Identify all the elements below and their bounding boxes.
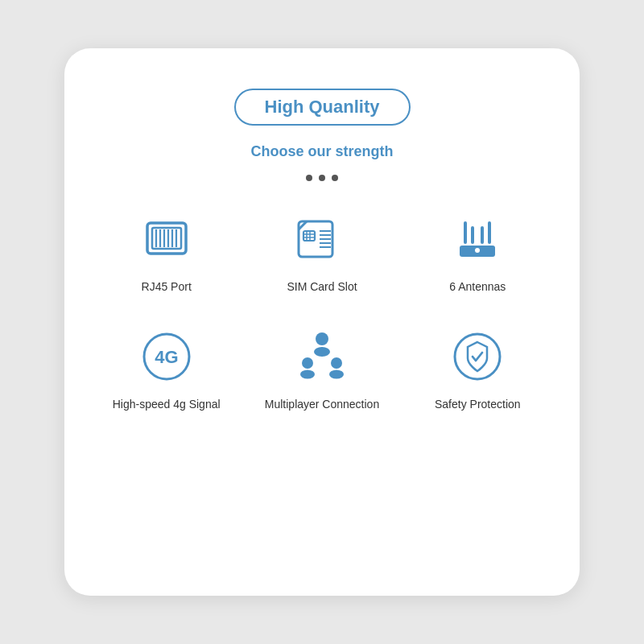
4g-icon: 4G [138,328,196,386]
subtitle: Choose our strength [250,143,393,160]
safety-icon [448,328,506,386]
svg-point-24 [475,248,480,253]
svg-point-29 [302,357,313,369]
safety-label: Safety Protection [435,397,521,413]
rj45-icon [138,210,196,268]
feature-sim: SIM Card Slot [252,210,391,295]
dot-3 [332,175,338,181]
svg-point-32 [329,369,344,378]
feature-antennas: 6 Antennas [408,210,547,295]
svg-point-31 [331,357,342,369]
sim-icon [293,210,351,268]
svg-rect-21 [471,226,474,244]
multiplayer-icon [293,328,351,386]
svg-rect-9 [303,231,315,241]
svg-point-27 [316,332,328,345]
svg-rect-22 [481,226,484,244]
4g-label: High-speed 4g Signal [113,397,221,413]
feature-multiplayer: Multiplayer Connection [252,328,391,413]
svg-text:4G: 4G [155,347,178,367]
sim-label: SIM Card Slot [287,279,357,295]
main-card: High Quanlity Choose our strength [64,48,580,596]
antennas-label: 6 Antennas [449,279,506,295]
badge: High Quanlity [234,89,411,126]
features-grid: RJ45 Port [97,210,547,412]
svg-point-30 [300,369,315,378]
dots-indicator [306,175,338,181]
feature-safety: Safety Protection [408,328,547,413]
dot-1 [306,175,312,181]
antenna-icon [448,210,506,268]
dot-2 [319,175,325,181]
svg-point-33 [455,334,500,379]
svg-rect-20 [464,221,467,244]
rj45-label: RJ45 Port [142,279,192,295]
multiplayer-label: Multiplayer Connection [265,397,379,413]
svg-rect-23 [488,221,491,244]
feature-4g: 4G High-speed 4g Signal [97,328,236,413]
feature-rj45: RJ45 Port [97,210,236,295]
svg-point-28 [314,347,330,357]
